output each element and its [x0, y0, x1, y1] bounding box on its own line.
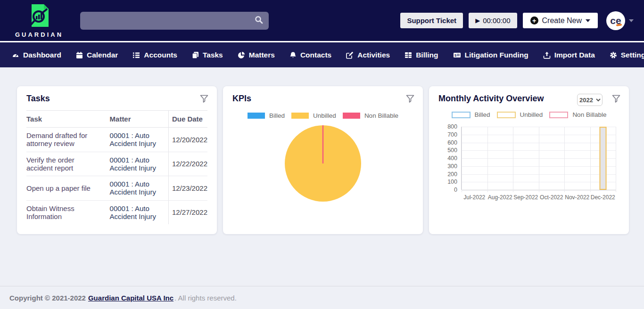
table-row: Demand drafted for attorney review00001 …	[26, 128, 207, 152]
header-actions: Support Ticket ▶00:00:00 + Create New ce	[400, 11, 634, 30]
search-input[interactable]	[80, 12, 269, 30]
table-row: Obtain Witness Information00001 : Auto A…	[26, 200, 207, 224]
legend-swatch	[291, 113, 309, 119]
nav-item-label: Accounts	[144, 51, 177, 59]
create-new-button[interactable]: + Create New	[523, 13, 598, 28]
legend-swatch	[549, 112, 568, 118]
nav-item-import-data[interactable]: Import Data	[543, 51, 595, 59]
create-new-label: Create New	[542, 16, 582, 25]
legend-item-unbilled[interactable]: Unbilled	[291, 112, 336, 119]
x-gridline	[590, 127, 591, 192]
due-date: 12/20/2022	[168, 128, 207, 152]
user-menu-caret-icon	[629, 19, 634, 22]
nav-item-activities[interactable]: Activities	[346, 51, 390, 59]
monthly-bar-chart[interactable]: 0100200300400500600700800Jul-2022Aug-202…	[438, 125, 619, 208]
kpis-filter-icon[interactable]	[406, 95, 414, 105]
timer-value: 00:00:00	[483, 16, 510, 24]
tasks-card: Tasks Task Matter Due Date Demand drafte…	[17, 86, 217, 234]
x-tick-label: Jul-2022	[463, 194, 485, 201]
bar-unbilled-Dec-2022[interactable]	[599, 127, 606, 190]
kpis-pie-chart[interactable]	[232, 124, 413, 203]
tasks-filter-icon[interactable]	[200, 95, 208, 105]
nav-item-matters[interactable]: Matters	[238, 51, 275, 59]
caret-down-icon	[586, 19, 590, 22]
nav-item-label: Matters	[249, 51, 275, 59]
nav-item-litigation-funding[interactable]: $Litigation Funding	[453, 51, 528, 59]
plus-icon: +	[530, 16, 538, 24]
matter-link[interactable]: 00001 : Auto Accident Injury	[106, 200, 169, 224]
legend-item-non-billable[interactable]: Non Billable	[343, 112, 398, 119]
x-gridline	[513, 127, 513, 192]
nav-item-label: Settings	[621, 51, 644, 59]
nav-item-label: Tasks	[203, 51, 223, 59]
task-link[interactable]: Verify the order accident report	[26, 152, 106, 176]
task-link[interactable]: Open up a paper file	[26, 176, 106, 201]
x-tick-label: Nov-2022	[565, 194, 589, 201]
legend-label: Unbilled	[313, 112, 336, 119]
nav-item-accounts[interactable]: Accounts	[132, 51, 177, 59]
monthly-legend: BilledUnbilledNon Billable	[438, 111, 619, 118]
nav-item-contacts[interactable]: Contacts	[289, 51, 331, 59]
kpis-legend: BilledUnbilledNon Billable	[232, 112, 413, 119]
brand-logo[interactable]: GUARDIAN	[4, 3, 74, 38]
kpis-card: KPIs BilledUnbilledNon Billable	[223, 86, 423, 234]
x-tick-label: Dec-2022	[591, 194, 615, 201]
x-gridline	[564, 127, 565, 192]
nav-item-billing[interactable]: Billing	[405, 51, 438, 59]
task-link[interactable]: Obtain Witness Information	[26, 200, 106, 224]
y-tick-label: 100	[447, 179, 462, 185]
brand-name: GUARDIAN	[15, 31, 63, 38]
year-select[interactable]: 2022	[577, 94, 603, 106]
nav-item-label: Litigation Funding	[465, 51, 528, 59]
legend-label: Unbilled	[520, 111, 543, 118]
global-search	[80, 12, 269, 30]
support-ticket-button[interactable]: Support Ticket	[400, 13, 463, 28]
rights-text: . All rights reserved.	[174, 294, 237, 302]
nav-item-label: Dashboard	[23, 51, 61, 59]
dashboard-cards: Tasks Task Matter Due Date Demand drafte…	[17, 86, 629, 234]
calendar-icon	[76, 51, 83, 59]
due-date: 12/23/2022	[168, 176, 207, 201]
x-gridline	[462, 127, 462, 192]
avatar[interactable]: ce	[606, 11, 625, 30]
footer: Copyright © 2021-2022 Guardian Capital U…	[0, 286, 644, 309]
list-icon	[132, 51, 140, 59]
search-icon[interactable]	[253, 15, 265, 26]
nav-item-tasks[interactable]: Tasks	[192, 51, 223, 59]
user-menu[interactable]: ce	[606, 11, 634, 30]
edit-icon	[346, 51, 354, 59]
company-link[interactable]: Guardian Capital USA Inc	[88, 294, 173, 302]
legend-item-non-billable[interactable]: Non Billable	[549, 111, 606, 118]
matter-link[interactable]: 00001 : Auto Accident Injury	[106, 152, 169, 176]
legend-item-billed[interactable]: Billed	[248, 112, 285, 119]
gauge-icon	[12, 51, 19, 59]
x-gridline	[487, 127, 488, 192]
matter-link[interactable]: 00001 : Auto Accident Injury	[106, 176, 169, 201]
tasks-col-due-date[interactable]: Due Date	[168, 111, 207, 128]
x-tick-label: Oct-2022	[540, 194, 563, 201]
legend-swatch	[497, 112, 516, 118]
monthly-filter-icon[interactable]	[612, 95, 620, 105]
guardian-logo-icon	[27, 3, 51, 30]
money-check-icon: $	[453, 51, 461, 59]
nav-item-calendar[interactable]: Calendar	[76, 51, 118, 59]
matter-link[interactable]: 00001 : Auto Accident Injury	[106, 128, 169, 152]
top-header: GUARDIAN Support Ticket ▶00:00:00 + Crea…	[0, 0, 644, 42]
task-link[interactable]: Demand drafted for attorney review	[26, 128, 106, 152]
y-tick-label: 500	[447, 147, 462, 154]
nav-item-dashboard[interactable]: Dashboard	[12, 51, 61, 59]
x-gridline	[616, 127, 616, 192]
timer-button[interactable]: ▶00:00:00	[469, 13, 517, 28]
tasks-col-matter[interactable]: Matter	[106, 111, 169, 128]
tasks-col-task[interactable]: Task	[26, 111, 106, 128]
legend-item-unbilled[interactable]: Unbilled	[497, 111, 543, 118]
y-tick-label: 300	[447, 163, 462, 170]
x-gridline	[539, 127, 539, 192]
kpis-card-title: KPIs	[232, 94, 413, 104]
nav-item-settings[interactable]: Settings	[610, 51, 644, 59]
legend-item-billed[interactable]: Billed	[452, 111, 490, 118]
nav-item-label: Calendar	[87, 51, 118, 59]
y-tick-label: 400	[447, 155, 462, 162]
legend-label: Non Billable	[364, 112, 398, 119]
y-tick-label: 0	[454, 187, 462, 193]
